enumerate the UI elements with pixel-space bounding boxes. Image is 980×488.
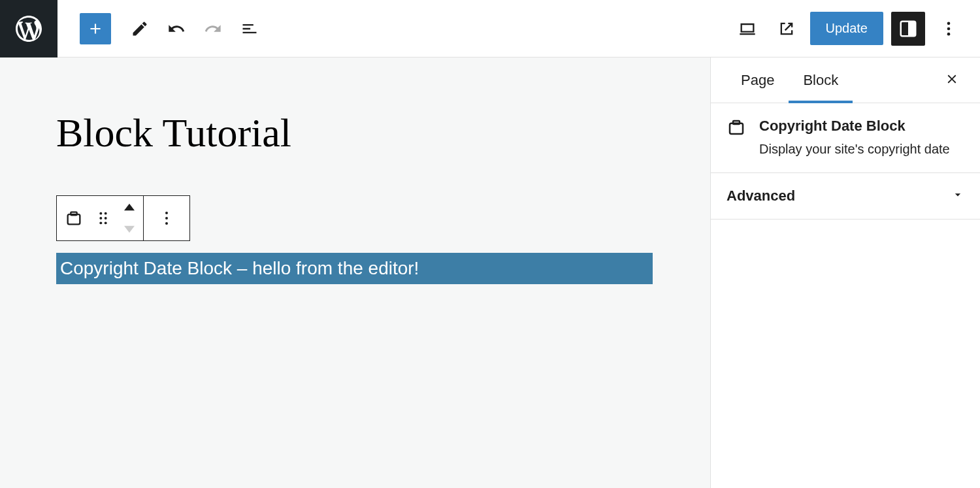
svg-point-13 (165, 212, 168, 214)
block-icon (727, 118, 746, 158)
svg-point-10 (105, 217, 107, 220)
move-down-button (116, 218, 143, 240)
block-toolbar (56, 195, 190, 241)
tools-button[interactable] (124, 13, 155, 44)
page-title[interactable]: Block Tutorial (56, 110, 710, 156)
block-type-icon[interactable] (57, 196, 91, 240)
update-button[interactable]: Update (810, 12, 884, 45)
redo-button (197, 13, 229, 44)
document-outline-button[interactable] (234, 13, 265, 44)
svg-point-12 (105, 221, 107, 224)
svg-point-15 (165, 222, 168, 225)
view-button[interactable] (732, 13, 763, 44)
wordpress-logo[interactable] (0, 0, 57, 57)
svg-point-2 (947, 22, 951, 25)
svg-point-11 (99, 221, 102, 224)
block-options-button[interactable] (144, 196, 189, 240)
settings-toggle-button[interactable] (891, 12, 925, 46)
svg-point-7 (99, 212, 102, 215)
preview-button[interactable] (771, 13, 802, 44)
drag-handle-icon[interactable] (91, 196, 116, 240)
svg-point-4 (947, 32, 951, 35)
block-info: Copyright Date Block Display your site's… (711, 103, 980, 173)
block-description: Display your site's copyright date (759, 140, 950, 158)
settings-sidebar: Page Block Copyright Date Block Display … (710, 57, 980, 488)
svg-point-9 (99, 217, 102, 220)
svg-rect-1 (908, 21, 915, 36)
options-button[interactable] (933, 13, 964, 44)
undo-button[interactable] (161, 13, 192, 44)
chevron-down-icon (951, 188, 964, 204)
add-block-button[interactable] (80, 13, 111, 44)
advanced-panel-toggle[interactable]: Advanced (711, 173, 980, 219)
move-up-button[interactable] (116, 196, 143, 218)
tab-page[interactable]: Page (727, 57, 789, 103)
editor-canvas[interactable]: Block Tutorial (0, 57, 710, 488)
block-title: Copyright Date Block (759, 118, 950, 135)
selected-block[interactable]: Copyright Date Block – hello from the ed… (56, 253, 653, 284)
svg-point-3 (947, 27, 951, 30)
svg-point-14 (165, 217, 168, 220)
advanced-panel-label: Advanced (727, 187, 795, 204)
svg-point-8 (105, 212, 107, 215)
close-sidebar-button[interactable] (939, 67, 964, 93)
tab-block[interactable]: Block (789, 57, 853, 103)
